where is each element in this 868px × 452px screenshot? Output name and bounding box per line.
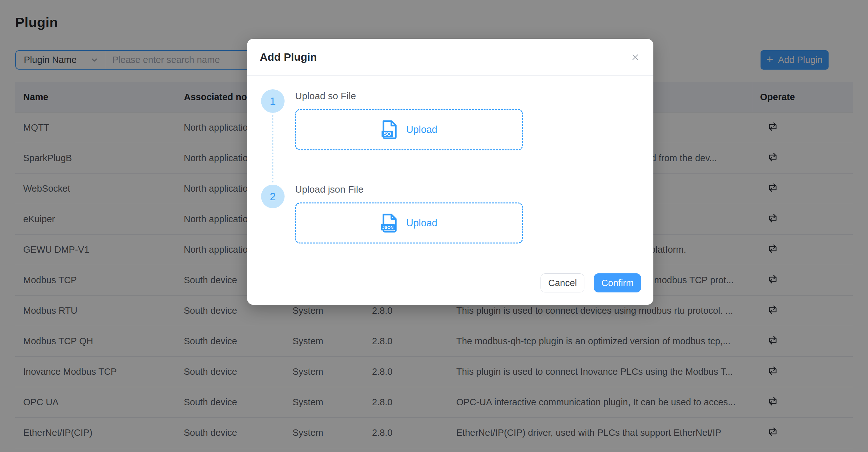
step-connector <box>272 115 273 183</box>
modal-footer: Cancel Confirm <box>540 273 641 292</box>
step-2-number: 2 <box>270 190 276 203</box>
add-plugin-modal: Add Plugin 1 Upload so File SO Upload 2 … <box>247 39 653 305</box>
step-1-badge: 1 <box>261 89 285 113</box>
svg-text:SO: SO <box>383 131 392 137</box>
svg-text:JSON: JSON <box>382 225 394 230</box>
so-file-icon: SO <box>380 120 398 139</box>
confirm-button[interactable]: Confirm <box>594 273 641 292</box>
upload-so-dropzone[interactable]: SO Upload <box>295 109 523 150</box>
modal-close-button[interactable] <box>628 50 643 65</box>
upload-json-label: Upload <box>406 218 437 229</box>
cancel-button[interactable]: Cancel <box>540 273 584 292</box>
json-file-icon: JSON <box>380 213 398 233</box>
upload-json-dropzone[interactable]: JSON Upload <box>295 202 523 244</box>
close-icon <box>630 53 640 62</box>
step-2-badge: 2 <box>261 185 285 208</box>
modal-header: Add Plugin <box>247 39 653 76</box>
step-1-number: 1 <box>270 95 276 107</box>
modal-title: Add Plugin <box>260 51 317 63</box>
step-1-label: Upload so File <box>295 91 356 101</box>
upload-so-label: Upload <box>406 124 437 135</box>
step-2-label: Upload json File <box>295 184 364 195</box>
